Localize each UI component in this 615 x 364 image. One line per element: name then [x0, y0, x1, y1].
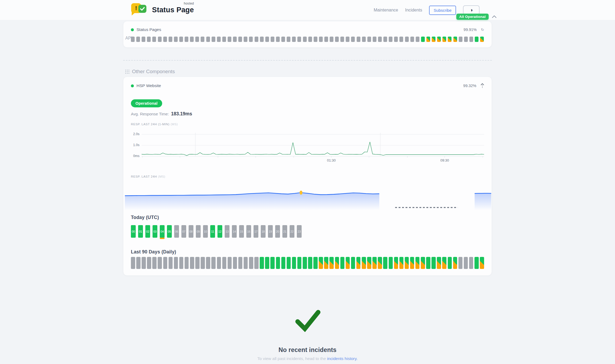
uptime-bar-na[interactable]: [464, 37, 468, 42]
uptime-bar-na[interactable]: [416, 37, 419, 42]
uptime-bar-na[interactable]: [297, 37, 301, 42]
hour-block-08[interactable]: 08: [189, 225, 193, 238]
uptime-bar-na[interactable]: [217, 37, 221, 42]
day-block-na[interactable]: [206, 257, 210, 269]
uptime-bar-na[interactable]: [357, 37, 360, 42]
day-block-mix[interactable]: [372, 257, 377, 269]
day-block-na[interactable]: [238, 257, 243, 269]
uptime-bar-mix[interactable]: [437, 37, 441, 42]
hour-block-18[interactable]: 18: [261, 225, 266, 238]
hour-block-07[interactable]: 07: [181, 225, 186, 238]
uptime-bar-na[interactable]: [152, 37, 156, 42]
uptime-bar-na[interactable]: [405, 37, 409, 42]
hour-block-15[interactable]: 15: [239, 225, 244, 238]
day-block-na[interactable]: [233, 257, 237, 269]
day-block-up[interactable]: [260, 257, 264, 269]
uptime-bar-na[interactable]: [255, 37, 258, 42]
uptime-bar-na[interactable]: [373, 37, 376, 42]
uptime-bar-mix[interactable]: [442, 37, 446, 42]
day-block-up[interactable]: [351, 257, 355, 269]
day-block-na[interactable]: [217, 257, 221, 269]
uptime-bar-na[interactable]: [228, 37, 231, 42]
uptime-bar-na[interactable]: [324, 37, 328, 42]
uptime-bar-na[interactable]: [238, 37, 242, 42]
day-block-na[interactable]: [131, 257, 135, 269]
uptime-bar-na[interactable]: [308, 37, 312, 42]
day-block-mix[interactable]: [437, 257, 441, 269]
uptime-bar-na[interactable]: [271, 37, 274, 42]
uptime-bar-mix[interactable]: [426, 37, 430, 42]
hour-block-17[interactable]: 17: [254, 225, 258, 238]
uptime-bar-na[interactable]: [169, 37, 172, 42]
hour-block-13[interactable]: 13: [225, 225, 229, 238]
uptime-bar-na[interactable]: [179, 37, 183, 42]
uptime-bar-na[interactable]: [303, 37, 307, 42]
uptime-bar-na[interactable]: [335, 37, 339, 42]
uptime-bar-na[interactable]: [389, 37, 392, 42]
day-block-mix[interactable]: [346, 257, 350, 269]
day-block-mix[interactable]: [324, 257, 328, 269]
hour-block-03[interactable]: 03: [153, 225, 157, 238]
uptime-bar-na[interactable]: [346, 37, 349, 42]
uptime-bar-na[interactable]: [276, 37, 280, 42]
day-block-up[interactable]: [303, 257, 307, 269]
uptime-bar-na[interactable]: [314, 37, 317, 42]
day-block-mix[interactable]: [319, 257, 323, 269]
uptime-bar-na[interactable]: [190, 37, 194, 42]
uptime-bar-na[interactable]: [367, 37, 371, 42]
day-block-na[interactable]: [174, 257, 178, 269]
day-block-na[interactable]: [211, 257, 216, 269]
day-block-up[interactable]: [270, 257, 275, 269]
arrow-up-dashed-icon[interactable]: [481, 83, 484, 88]
day-block-mix[interactable]: [480, 257, 484, 269]
uptime-bar-up[interactable]: [421, 37, 425, 42]
hour-block-10[interactable]: 10: [203, 225, 208, 238]
day-block-mix[interactable]: [415, 257, 420, 269]
component-name-status-pages[interactable]: Status Pages: [137, 27, 161, 32]
day-block-na[interactable]: [458, 257, 463, 269]
nav-maintenance[interactable]: Maintenance: [374, 8, 398, 13]
day-block-mix[interactable]: [405, 257, 409, 269]
day-block-up[interactable]: [281, 257, 286, 269]
hour-block-00[interactable]: 00: [131, 225, 136, 238]
day-block-na[interactable]: [158, 257, 162, 269]
uptime-bar-na[interactable]: [185, 37, 188, 42]
day-block-na[interactable]: [147, 257, 151, 269]
day-block-up[interactable]: [448, 257, 452, 269]
uptime-bar-na[interactable]: [142, 37, 145, 42]
day-block-na[interactable]: [244, 257, 248, 269]
hour-block-21[interactable]: 21: [282, 225, 287, 238]
day-block-na[interactable]: [152, 257, 157, 269]
hour-block-23[interactable]: 23: [297, 225, 302, 238]
uptime-bar-na[interactable]: [265, 37, 269, 42]
uptime-bar-na[interactable]: [469, 37, 473, 42]
uptime-bar-na[interactable]: [459, 37, 462, 42]
uptime-bar-na[interactable]: [378, 37, 382, 42]
day-block-up[interactable]: [297, 257, 302, 269]
uptime-bar-na[interactable]: [260, 37, 264, 42]
day-block-na[interactable]: [195, 257, 200, 269]
uptime-bar-na[interactable]: [206, 37, 210, 42]
day-block-mix[interactable]: [442, 257, 446, 269]
hour-block-05[interactable]: 05: [167, 225, 172, 238]
response-line-plot[interactable]: [142, 130, 484, 158]
uptime-bar-mix[interactable]: [432, 37, 435, 42]
uptime-bar-na[interactable]: [410, 37, 414, 42]
day-block-na[interactable]: [185, 257, 189, 269]
day-block-up[interactable]: [431, 257, 436, 269]
uptime-bar-na[interactable]: [222, 37, 226, 42]
hour-block-09[interactable]: 09: [196, 225, 201, 238]
day-block-up[interactable]: [426, 257, 430, 269]
uptime-bar-na[interactable]: [362, 37, 366, 42]
day-block-na[interactable]: [469, 257, 473, 269]
chart-marker-dot[interactable]: [299, 191, 302, 195]
day-block-mix[interactable]: [329, 257, 334, 269]
day-block-mix[interactable]: [410, 257, 414, 269]
status-badge[interactable]: All Operational: [456, 14, 489, 20]
chevron-up-icon[interactable]: [492, 15, 497, 18]
uptime-bar-na[interactable]: [281, 37, 285, 42]
day-block-up[interactable]: [292, 257, 296, 269]
nav-incidents[interactable]: Incidents: [405, 8, 422, 13]
uptime-bar-na[interactable]: [174, 37, 178, 42]
uptime-bar-na[interactable]: [319, 37, 323, 42]
